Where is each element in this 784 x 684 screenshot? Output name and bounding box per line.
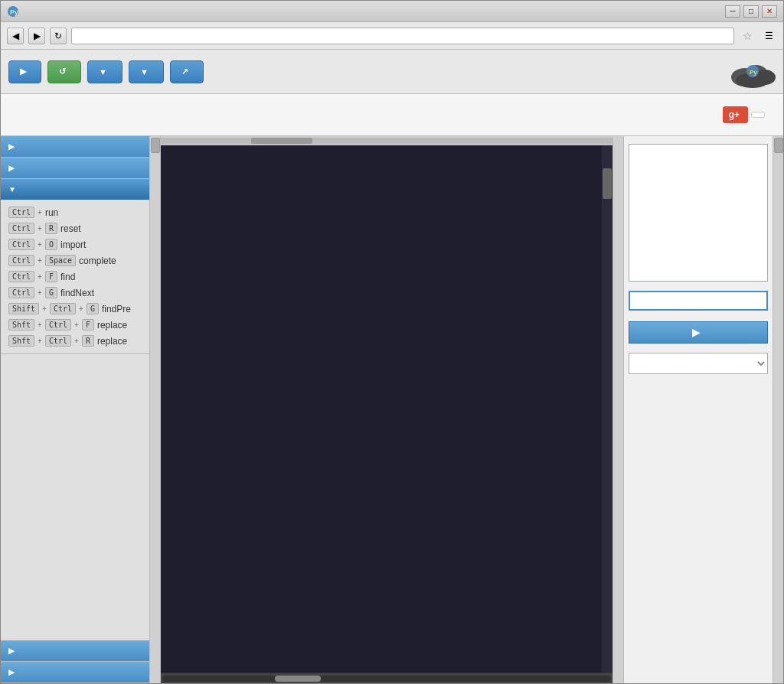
packages-arrow: ▶: [8, 164, 15, 172]
featured-arrow: ▶: [8, 647, 15, 655]
hotkeys-content: Ctrl + run Ctrl + R reset Ctrl + O i: [1, 200, 149, 353]
hotkey-findnext: Ctrl + G findNext: [4, 285, 146, 301]
gplus-area: g+: [723, 106, 765, 123]
packages-section: ▶: [1, 158, 149, 179]
gplus-count: [751, 112, 765, 118]
right-scrollbar-left[interactable]: [612, 136, 623, 683]
forward-button[interactable]: ▶: [28, 28, 45, 44]
hotkeys-arrow: ▼: [8, 185, 16, 194]
browser-window: Py ─ □ ✕ ◀ ▶ ↻ ☆ ☰ ▶ ↺ ▼ ▼: [0, 0, 784, 684]
refresh-button[interactable]: ↻: [50, 28, 67, 44]
import-icon: ▼: [140, 67, 149, 77]
browser-icon: Py: [7, 5, 19, 18]
python-fiddle-logo: Py: [730, 54, 776, 89]
code-main[interactable]: [161, 145, 602, 673]
run-icon: ▶: [20, 67, 26, 77]
close-button[interactable]: ✕: [762, 5, 777, 18]
code-h-scroll-thumb[interactable]: [251, 138, 312, 144]
update-button[interactable]: ▶: [629, 321, 768, 344]
featured-header[interactable]: ▶: [1, 640, 149, 661]
logo-area: Py: [725, 54, 776, 89]
hotkey-replace2: Shft + Ctrl + R replace: [4, 333, 146, 349]
svg-text:Py: Py: [750, 69, 757, 76]
right-panel: ▶: [623, 136, 773, 683]
toolbar: ▶ ↺ ▼ ▼ ↗: [1, 50, 783, 94]
tools-icon[interactable]: ☰: [760, 28, 777, 44]
svg-text:Py: Py: [10, 8, 18, 16]
code-v-scroll-thumb[interactable]: [603, 168, 612, 199]
pages-arrow: ▶: [8, 668, 15, 676]
hotkeys-header[interactable]: ▼: [1, 179, 149, 200]
hotkey-import: Ctrl + O import: [4, 236, 146, 252]
hotkey-run: Ctrl + run: [4, 204, 146, 220]
code-editor-area: [161, 136, 612, 683]
sidebar-scrollbar[interactable]: [150, 136, 161, 683]
right-scrollbar-right[interactable]: [773, 136, 783, 683]
update-icon: ▶: [692, 327, 700, 338]
hotkey-replace: Shft + Ctrl + F replace: [4, 317, 146, 333]
gplus-button[interactable]: g+: [723, 106, 748, 123]
hotkey-findprev: Shift + Ctrl + G findPre: [4, 301, 146, 317]
examples-section: ▶: [1, 136, 149, 158]
packages-header[interactable]: ▶: [1, 158, 149, 178]
revision-select[interactable]: [629, 353, 768, 374]
share-button[interactable]: ▼: [87, 60, 122, 83]
examples-header[interactable]: ▶: [1, 136, 149, 157]
run-button[interactable]: ▶: [8, 60, 41, 83]
back-button[interactable]: ◀: [7, 28, 24, 44]
window-controls: ─ □ ✕: [725, 5, 777, 18]
hotkeys-section: ▼ Ctrl + run Ctrl + R reset: [1, 179, 149, 354]
code-with-scroll: [161, 145, 612, 673]
main-content: ▶ ▶ ▼ Ctrl + run: [1, 136, 783, 683]
featured-section: ▶: [1, 640, 149, 662]
hotkey-reset: Ctrl + R reset: [4, 220, 146, 236]
browser-nav: ◀ ▶ ↻ ☆ ☰: [1, 22, 783, 50]
address-bar[interactable]: [71, 28, 734, 44]
hotkey-find: Ctrl + F find: [4, 269, 146, 285]
title-bar: Py ─ □ ✕: [1, 1, 783, 22]
bookmark-icon[interactable]: ☆: [739, 28, 756, 44]
code-top-scrollbar[interactable]: [161, 136, 612, 145]
reset-icon: ↺: [59, 67, 66, 77]
code-bottom-scroll-thumb[interactable]: [275, 676, 321, 682]
code-bottom-scrollbar[interactable]: [161, 673, 612, 683]
sidebar-scroll-thumb[interactable]: [151, 138, 160, 153]
reset-button[interactable]: ↺: [47, 60, 81, 83]
minimize-button[interactable]: ─: [725, 5, 740, 18]
sidebar: ▶ ▶ ▼ Ctrl + run: [1, 136, 150, 683]
tags-input[interactable]: [629, 291, 768, 311]
hotkey-complete: Ctrl + Space complete: [4, 252, 146, 269]
right-scroll-thumb[interactable]: [774, 138, 783, 153]
description-box: [629, 144, 768, 282]
dashboard-icon: ↗: [181, 67, 188, 77]
import-button[interactable]: ▼: [129, 60, 164, 83]
restore-button[interactable]: □: [743, 5, 759, 18]
code-v-scrollbar[interactable]: [602, 145, 612, 673]
share-icon: ▼: [99, 67, 107, 77]
dashboard-button[interactable]: ↗: [170, 60, 204, 83]
examples-arrow: ▶: [8, 142, 15, 151]
pages-section: ▶: [1, 662, 149, 683]
header-area: g+: [1, 94, 783, 136]
pages-header[interactable]: ▶: [1, 662, 149, 682]
gplus-icon: g+: [729, 109, 740, 120]
